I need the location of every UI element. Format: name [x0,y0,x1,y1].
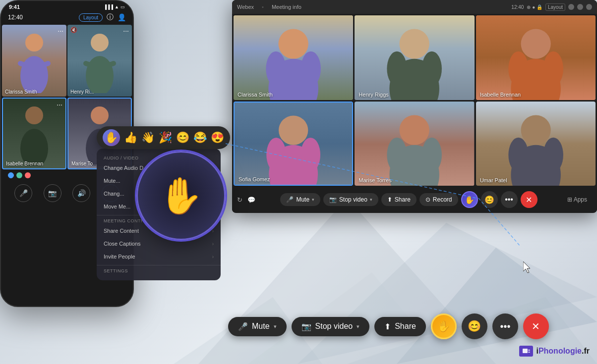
video-name-marise: Marise Torres [358,177,391,183]
webex-center-controls: 🎤 Mute ▾ 📷 Stop video ▾ ⬆ Share ⊙ Record… [280,191,537,208]
change-audio-label: Change Audio D... [104,165,148,171]
webex-app-title: Webex [237,4,254,10]
stop-video-button[interactable]: 📷 Stop video ▾ [323,193,378,206]
window-close[interactable] [586,4,592,10]
large-stop-video-button[interactable]: 📷 Stop video ▾ [292,317,370,336]
large-mic-icon: 🎤 [238,322,248,331]
large-more-icon: ••• [500,321,510,332]
large-mute-label: Mute [252,322,270,331]
svg-rect-55 [523,349,528,353]
person-silhouette-2 [67,25,132,97]
window-controls: 12:40 ⊕ ● 🔒 Layout [511,3,592,11]
share-content-arrow: › [212,228,214,234]
large-emoji-button[interactable]: 😊 [462,313,487,339]
large-reaction-button[interactable]: ✋ [431,313,457,339]
more-dots-icon: ••• [505,195,513,204]
video-cell-sofia: Sofia Gomez [234,102,353,186]
svg-point-35 [508,52,528,86]
video-name-henry: Henry Riggs [358,92,389,98]
video-name-clarissa: Clarissa Smith [238,92,273,98]
watermark-icon [519,346,533,357]
person-silhouette-1 [2,25,66,97]
share-content-label: Share Content [104,228,139,234]
meeting-info-title[interactable]: Meeting info [272,4,301,10]
video-cell-umar: Umar Patel [476,102,596,186]
thumbs-up-emoji[interactable]: 👍 [124,131,137,144]
chat-icon[interactable]: 💬 [247,196,255,204]
large-share-button[interactable]: ⬆ Share [374,317,426,336]
video-name-sofia: Sofia Gomez [239,176,270,182]
status-dot-red [25,172,31,178]
info-icon[interactable]: ⓘ [107,13,114,22]
status-dot-green [16,172,22,178]
video-name-isabelle: Isabelle Brennan [480,92,521,98]
battery-icon: ▭ [120,4,125,9]
phone-name-marise: Marise To... [71,161,97,166]
change-label: Chang... [104,191,124,197]
phone-status-icons: ▐▐▐ ▲ ▭ [104,4,125,9]
webex-desktop-window: Webex • Meeting info 12:40 ⊕ ● 🔒 Layout [232,0,597,213]
more-button[interactable]: ••• [501,191,518,208]
grid-icon: ⊞ [567,196,572,203]
person-icon[interactable]: 👤 [118,13,126,21]
phone-speaker-button[interactable]: 🔊 [72,184,90,202]
large-video-icon: 📷 [301,322,311,331]
large-video-chevron: ▾ [357,323,359,330]
apps-label: Apps [574,196,587,203]
emoji-face-icon: 😊 [484,195,494,205]
phone-cell-menu-3[interactable]: ··· [57,101,62,108]
phone-meeting-time: 12:40 [8,14,23,21]
heart-eyes-emoji[interactable]: 😍 [211,131,224,144]
video-cell-marise: Marise Torres [355,102,474,186]
layout-button[interactable]: Layout [79,13,103,22]
phone-cell-henry: 🔇 ··· Henry Ri... [67,25,132,97]
svg-point-28 [400,29,429,58]
video-icon: 📷 [329,196,337,203]
reaction-hand-icon: ✋ [465,195,475,205]
share-button[interactable]: ⬆ Share [381,193,417,206]
invite-people-arrow: › [212,254,214,260]
large-end-button[interactable]: ✕ [523,313,549,339]
phone-mic-button[interactable]: 🎤 [14,184,32,202]
large-more-button[interactable]: ••• [492,313,518,339]
mute-button[interactable]: 🎤 Mute ▾ [280,193,320,206]
reaction-button[interactable]: ✋ [461,191,478,208]
phone-header-controls: Layout ⓘ 👤 [79,13,126,22]
phone-cell-menu-2[interactable]: ··· [123,27,129,35]
record-button[interactable]: ⊙ Record [419,193,458,206]
titlebar-time: 12:40 [511,4,524,10]
invite-people-item[interactable]: Invite People › [97,250,221,263]
hand-reaction-popup: ✋ [136,151,226,240]
laugh-emoji[interactable]: 😂 [193,131,207,144]
emoji-button[interactable]: 😊 [481,191,498,208]
webex-left-controls: ↻ 💬 [237,196,255,204]
webex-titlebar: Webex • Meeting info 12:40 ⊕ ● 🔒 Layout [232,0,597,14]
svg-point-6 [25,34,43,52]
apps-section[interactable]: ⊞ Apps [562,193,592,206]
watermark: iPhonologie.fr [519,346,590,357]
large-share-label: Share [395,322,416,331]
smile-emoji[interactable]: 😊 [176,131,189,144]
svg-point-46 [422,137,442,172]
celebrate-emoji[interactable]: 🎉 [159,131,172,144]
raise-hand-emoji[interactable]: ✋ [103,129,120,146]
titlebar-layout[interactable]: Layout [545,3,565,11]
close-captions-item[interactable]: Close Captions › [97,237,221,250]
large-end-icon: ✕ [532,320,540,332]
svg-point-41 [300,137,320,171]
close-captions-arrow: › [212,241,214,247]
invite-people-label: Invite People [104,254,135,260]
wave-emoji[interactable]: 👋 [141,131,155,144]
window-minimize[interactable] [568,4,574,10]
large-mute-button[interactable]: 🎤 Mute ▾ [228,317,287,336]
settings-label: SETTINGS [97,265,221,276]
window-maximize[interactable] [577,4,583,10]
phone-time: 9:41 [9,4,20,10]
phone-cell-menu-1[interactable]: ··· [58,27,63,35]
end-call-button[interactable]: ✕ [521,191,537,208]
phone-status-bar: 9:41 ▐▐▐ ▲ ▭ [1,1,133,11]
phone-video-button[interactable]: 📷 [44,184,61,202]
title-separator: • [262,4,264,10]
sync-icon[interactable]: ↻ [237,196,242,204]
wifi-icon: ▲ [115,4,119,9]
